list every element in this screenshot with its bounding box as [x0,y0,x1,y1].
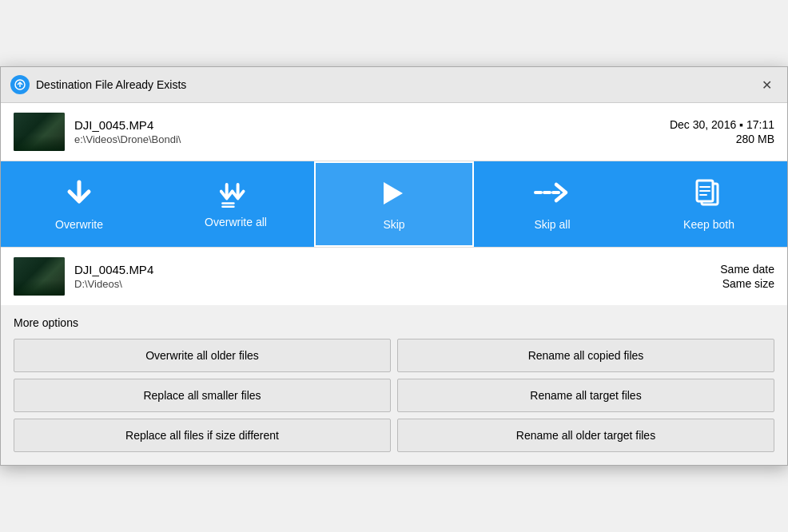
skip-button[interactable]: Skip [314,161,474,247]
title-bar: Destination File Already Exists ✕ [1,67,787,103]
dest-file-name: DJI_0045.MP4 [74,263,153,276]
action-bar: Overwrite Overwrite all [1,161,787,247]
overwrite-all-button[interactable]: Overwrite all [157,161,314,247]
source-file-path: e:\Videos\Drone\Bondi\ [74,133,181,145]
overwrite-button[interactable]: Overwrite [1,161,157,247]
overwrite-older-button[interactable]: Overwrite all older files [14,339,391,372]
source-file-thumbnail [14,113,65,151]
skip-all-button[interactable]: Skip all [474,161,631,247]
dest-file-path: D:\Videos\ [74,278,153,290]
replace-size-diff-button[interactable]: Replace all files if size different [14,419,391,452]
rename-target-button[interactable]: Rename all target files [397,379,774,412]
rename-copied-button[interactable]: Rename all copied files [397,339,774,372]
keep-both-label: Keep both [683,218,734,231]
replace-smaller-button[interactable]: Replace all smaller files [14,379,391,412]
skip-label: Skip [383,218,404,231]
overwrite-label: Overwrite [55,218,103,231]
source-file-info: DJI_0045.MP4 e:\Videos\Drone\Bondi\ Dec … [1,103,787,161]
dest-file-size-label: Same size [720,277,774,290]
skip-all-icon [534,177,571,212]
dialog-window: Destination File Already Exists ✕ DJI_00… [0,66,788,466]
overwrite-all-icon [220,181,252,209]
close-button[interactable]: ✕ [755,73,778,96]
rename-older-target-button[interactable]: Rename all older target files [397,419,774,452]
title-bar-left: Destination File Already Exists [10,75,186,94]
more-options-label: More options [14,316,774,329]
dest-file-thumbnail [14,257,65,296]
more-options-section: More options Overwrite all older files R… [1,305,787,465]
source-file-size: 280 MB [670,133,774,145]
app-icon [10,75,30,94]
skip-icon [377,177,411,212]
source-file-name: DJI_0045.MP4 [74,118,181,132]
keep-both-icon [694,177,724,212]
source-file-date: Dec 30, 2016 ▪ 17:11 [670,118,774,131]
dest-file-info: DJI_0045.MP4 D:\Videos\ Same date Same s… [1,247,787,305]
skip-all-label: Skip all [534,218,570,231]
dest-file-date-label: Same date [720,263,774,276]
dialog-title: Destination File Already Exists [36,78,186,91]
more-options-grid: Overwrite all older files Rename all cop… [14,339,774,452]
keep-both-button[interactable]: Keep both [631,161,787,247]
overwrite-all-label: Overwrite all [205,216,267,228]
overwrite-icon [63,177,95,212]
